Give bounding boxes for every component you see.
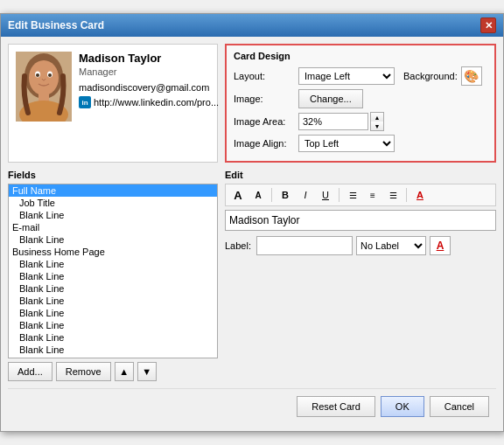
toolbar-sep-1: [271, 188, 272, 202]
underline-button[interactable]: U: [317, 186, 334, 204]
svg-point-5: [36, 73, 39, 77]
svg-point-6: [48, 73, 52, 77]
dialog-title: Edit Business Card: [8, 19, 104, 31]
label-color-button[interactable]: A: [430, 236, 451, 255]
move-up-button[interactable]: ▲: [115, 362, 134, 381]
font-color-button[interactable]: A: [411, 186, 429, 204]
field-item-blank1[interactable]: Blank Line: [9, 209, 217, 221]
field-item-blank5[interactable]: Blank Line: [9, 282, 217, 295]
field-item-blank8[interactable]: Blank Line: [9, 319, 217, 331]
dialog-footer: Reset Card OK Cancel: [8, 388, 496, 424]
contact-email: madisondiscovery@gmail.com: [79, 82, 219, 93]
image-area-input[interactable]: [298, 113, 368, 130]
edit-business-card-dialog: Edit Business Card ✕: [0, 13, 504, 432]
bold-button[interactable]: B: [276, 186, 294, 204]
field-item-email[interactable]: E-mail: [9, 221, 217, 233]
edit-toolbar: A A B I U ☰ ≡ ☰ A: [225, 184, 496, 206]
card-design-title: Card Design: [234, 51, 487, 61]
font-increase-button[interactable]: A: [229, 186, 247, 204]
image-row: Image: Change...: [234, 89, 487, 108]
fields-title: Fields: [8, 170, 218, 180]
field-item-blank9[interactable]: Blank Line: [9, 331, 217, 344]
ok-button[interactable]: OK: [381, 396, 424, 417]
edit-panel: Edit A A B I U ☰ ≡ ☰ A: [225, 170, 496, 381]
field-item-blank4[interactable]: Blank Line: [9, 270, 217, 282]
change-image-button[interactable]: Change...: [298, 89, 363, 108]
align-center-button[interactable]: ≡: [364, 186, 382, 204]
layout-select[interactable]: Image Left Image Right Image Top No Imag…: [298, 67, 395, 85]
add-button[interactable]: Add...: [8, 362, 52, 381]
field-item-jobtitle[interactable]: Job Title: [9, 197, 217, 209]
close-button[interactable]: ✕: [480, 17, 496, 33]
toolbar-sep-2: [339, 188, 340, 202]
cancel-button[interactable]: Cancel: [430, 396, 489, 417]
down-arrow-icon: ▼: [142, 366, 151, 377]
font-color-icon: A: [416, 190, 424, 200]
field-item-homepage[interactable]: Business Home Page: [9, 246, 217, 258]
image-area-up[interactable]: ▲: [371, 113, 383, 122]
image-align-label: Image Align:: [234, 138, 295, 149]
field-item-blank6[interactable]: Blank Line: [9, 295, 217, 307]
edit-text-box[interactable]: Madison Taylor: [225, 210, 496, 231]
image-area-spinner: ▲ ▼: [370, 112, 384, 131]
field-item-blank3[interactable]: Blank Line: [9, 258, 217, 270]
image-area-row: Image Area: ▲ ▼: [234, 112, 487, 131]
label-text: Label:: [225, 240, 253, 251]
image-label: Image:: [234, 94, 295, 104]
contact-title: Manager: [79, 66, 219, 77]
bottom-section: Fields Full Name Job Title Blank Line E-…: [8, 170, 496, 381]
layout-row: Layout: Image Left Image Right Image Top…: [234, 66, 487, 86]
field-item-blank10[interactable]: Blank Line: [9, 344, 217, 356]
label-input[interactable]: [256, 236, 353, 255]
no-label-select[interactable]: No Label Custom: [356, 236, 426, 255]
label-color-icon: A: [437, 240, 444, 252]
dialog-body: Madison Taylor Manager madisondiscovery@…: [1, 37, 503, 431]
fields-list[interactable]: Full Name Job Title Blank Line E-mail Bl…: [8, 184, 218, 358]
image-area-down[interactable]: ▼: [371, 122, 383, 130]
up-arrow-icon: ▲: [119, 366, 129, 377]
edit-title: Edit: [225, 170, 496, 180]
background-button[interactable]: 🎨: [461, 66, 482, 86]
image-align-row: Image Align: Top Left Top Center Top Rig…: [234, 135, 487, 152]
title-bar: Edit Business Card ✕: [1, 14, 503, 37]
fields-panel: Fields Full Name Job Title Blank Line E-…: [8, 170, 218, 381]
move-down-button[interactable]: ▼: [137, 362, 157, 381]
remove-button[interactable]: Remove: [56, 362, 111, 381]
top-section: Madison Taylor Manager madisondiscovery@…: [8, 44, 496, 163]
font-decrease-button[interactable]: A: [249, 186, 267, 204]
svg-point-2: [29, 60, 59, 95]
field-item-blank11[interactable]: Blank Line: [9, 356, 217, 358]
align-right-button[interactable]: ☰: [384, 186, 402, 204]
linkedin-row: in http://www.linkedin.com/pro...: [79, 96, 219, 108]
contact-name: Madison Taylor: [79, 52, 219, 65]
background-label: Background:: [403, 71, 458, 81]
image-align-select[interactable]: Top Left Top Center Top Right Middle Lef…: [298, 135, 395, 152]
contact-url: http://www.linkedin.com/pro...: [94, 97, 219, 108]
preview-panel: Madison Taylor Manager madisondiscovery@…: [8, 44, 218, 163]
image-area-control: ▲ ▼: [298, 112, 384, 131]
avatar: [16, 52, 72, 122]
toolbar-sep-3: [406, 188, 407, 202]
card-design-panel: Card Design Layout: Image Left Image Rig…: [225, 44, 496, 163]
field-item-fullname[interactable]: Full Name: [9, 184, 217, 197]
field-item-blank7[interactable]: Blank Line: [9, 307, 217, 319]
image-area-label: Image Area:: [234, 116, 295, 127]
field-item-blank2[interactable]: Blank Line: [9, 233, 217, 246]
label-row: Label: No Label Custom A: [225, 236, 496, 255]
italic-button[interactable]: I: [297, 186, 314, 204]
fields-buttons: Add... Remove ▲ ▼: [8, 362, 218, 381]
align-left-button[interactable]: ☰: [344, 186, 361, 204]
layout-label: Layout:: [234, 71, 295, 81]
edit-text-value: Madison Taylor: [229, 214, 299, 226]
contact-info: Madison Taylor Manager madisondiscovery@…: [79, 52, 219, 155]
reset-card-button[interactable]: Reset Card: [297, 396, 375, 417]
linkedin-icon: in: [79, 96, 91, 108]
